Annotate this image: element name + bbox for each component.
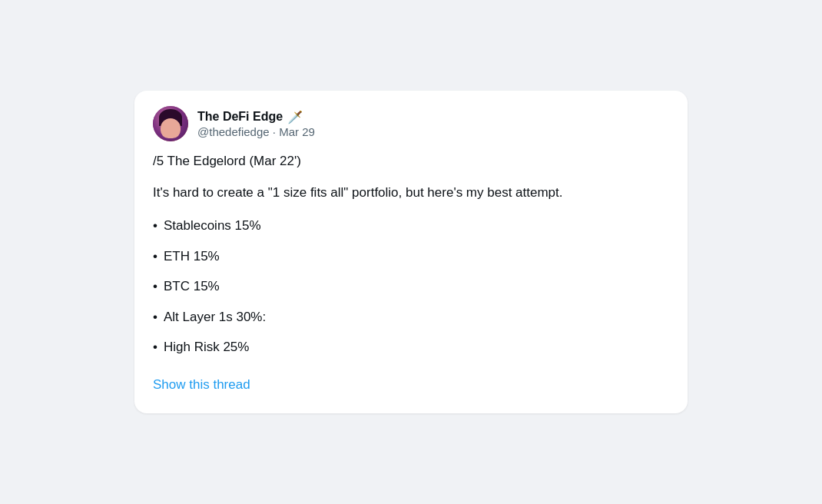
tweet-body: /5 The Edgelord (Mar 22') It's hard to c… — [153, 151, 669, 394]
bullet-text: Stablecoins 15% — [164, 216, 261, 236]
list-item: • Alt Layer 1s 30%: — [153, 307, 669, 327]
bullet-dot: • — [153, 277, 157, 297]
name-row: The DeFi Edge 🗡️ — [197, 110, 315, 124]
bullet-list: • Stablecoins 15% • ETH 15% • BTC 15% • … — [153, 216, 669, 357]
header-text: The DeFi Edge 🗡️ @thedefiedge · Mar 29 — [197, 110, 315, 138]
tweet-card: The DeFi Edge 🗡️ @thedefiedge · Mar 29 /… — [134, 91, 688, 413]
bullet-text: Alt Layer 1s 30%: — [164, 307, 266, 327]
tweet-header: The DeFi Edge 🗡️ @thedefiedge · Mar 29 — [153, 106, 669, 141]
thread-number: /5 The Edgelord (Mar 22') — [153, 151, 669, 171]
list-item: • ETH 15% — [153, 247, 669, 267]
show-thread-link[interactable]: Show this thread — [153, 374, 250, 395]
intro-text: It's hard to create a "1 size fits all" … — [153, 183, 669, 203]
bullet-dot: • — [153, 337, 157, 357]
list-item: • High Risk 25% — [153, 337, 669, 357]
bullet-dot: • — [153, 216, 157, 236]
bullet-dot: • — [153, 307, 157, 327]
list-item: • Stablecoins 15% — [153, 216, 669, 236]
display-name: The DeFi Edge — [197, 110, 283, 124]
separator: · — [273, 125, 279, 138]
handle-date: @thedefiedge · Mar 29 — [197, 125, 315, 138]
bullet-text: High Risk 25% — [164, 337, 250, 357]
list-item: • BTC 15% — [153, 277, 669, 297]
sword-emoji: 🗡️ — [287, 110, 303, 124]
bullet-text: BTC 15% — [164, 277, 220, 297]
bullet-dot: • — [153, 247, 157, 267]
date: Mar 29 — [279, 125, 315, 138]
avatar — [153, 106, 188, 141]
handle: @thedefiedge — [197, 125, 270, 138]
bullet-text: ETH 15% — [164, 247, 220, 267]
